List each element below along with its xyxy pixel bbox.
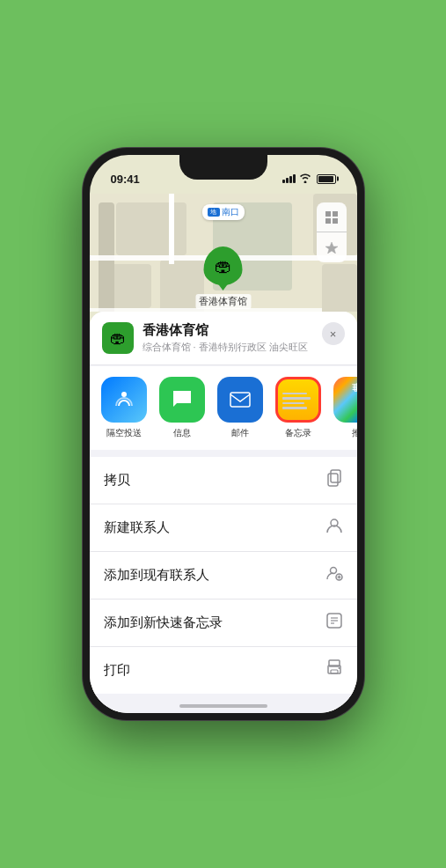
more-icon: 推 [333,377,357,423]
notes-line-4 [282,407,308,409]
svg-rect-6 [331,470,340,482]
location-info: 香港体育馆 综合体育馆 · 香港特别行政区 油尖旺区 [143,322,313,354]
share-more[interactable]: 推 推 [331,377,357,439]
notes-line-1 [282,393,308,395]
home-bar [179,704,267,708]
share-messages[interactable]: 信息 [157,377,208,439]
action-list: 拷贝 新建联系人 添加到现有联系人 [90,457,357,694]
share-mail[interactable]: 邮件 [215,377,266,439]
stadium-pin: 🏟 [204,246,243,285]
share-notes[interactable]: 备忘录 [273,377,324,439]
notes-label: 备忘录 [285,427,311,439]
action-print[interactable]: 打印 [90,647,357,694]
quick-notes-icon [325,612,343,634]
notes-lines [278,387,318,413]
location-button[interactable] [317,232,347,262]
svg-rect-3 [333,218,338,224]
location-avatar: 🏟 [102,322,134,354]
mail-icon [217,377,263,423]
svg-point-20 [338,667,340,669]
location-name: 香港体育馆 [143,322,313,339]
svg-rect-0 [325,211,331,217]
copy-icon [325,469,343,491]
location-subtitle: 综合体育馆 · 香港特别行政区 油尖旺区 [143,341,313,354]
wifi-icon [299,173,311,185]
svg-rect-7 [328,474,338,486]
action-add-notes[interactable]: 添加到新快速备忘录 [90,600,357,647]
bottom-sheet: 🏟 香港体育馆 综合体育馆 · 香港特别行政区 油尖旺区 × 隔空投送 [90,312,357,713]
notes-line-2 [282,397,311,400]
label-chip-text: 南口 [222,206,239,218]
svg-point-4 [121,392,127,397]
action-copy-label: 拷贝 [104,472,130,489]
svg-rect-5 [230,393,250,407]
airdrop-icon [101,377,147,423]
notch [179,155,267,180]
location-header: 🏟 香港体育馆 综合体育馆 · 香港特别行政区 油尖旺区 × [90,312,357,365]
map-controls [317,202,347,262]
svg-rect-19 [331,670,338,673]
svg-rect-1 [333,211,338,217]
battery-icon [317,174,336,184]
action-print-label: 打印 [104,662,130,679]
location-avatar-icon: 🏟 [110,329,126,348]
map-type-button[interactable] [317,202,347,232]
stadium-label: 香港体育馆 [195,294,251,309]
stadium-marker: 🏟 香港体育馆 [195,246,251,309]
map-area: 地 南口 🏟 香港体育馆 [90,194,357,312]
location-label-chip: 地 南口 [202,204,245,220]
share-row: 隔空投送 信息 邮件 [90,366,357,450]
more-label: 推 [352,427,357,439]
action-new-contact[interactable]: 新建联系人 [90,504,357,552]
notes-icon [275,377,321,423]
phone-frame: 09:41 [83,148,364,720]
action-add-notes-label: 添加到新快速备忘录 [104,614,223,631]
status-icons [282,173,336,185]
action-copy[interactable]: 拷贝 [90,457,357,504]
phone-screen: 09:41 [90,155,357,713]
add-contact-icon [325,564,343,586]
airdrop-label: 隔空投送 [106,427,142,439]
svg-rect-2 [325,218,331,224]
action-new-contact-label: 新建联系人 [104,519,170,536]
home-indicator [90,694,357,713]
new-contact-icon [325,517,343,539]
share-airdrop[interactable]: 隔空投送 [99,377,150,439]
print-icon [325,659,343,681]
stadium-icon: 🏟 [215,256,232,276]
notes-line-3 [282,402,304,405]
messages-label: 信息 [173,427,191,439]
close-button[interactable]: × [322,322,345,345]
label-chip-icon: 地 [208,208,220,217]
action-add-existing[interactable]: 添加到现有联系人 [90,552,357,600]
status-time: 09:41 [111,173,140,186]
action-add-existing-label: 添加到现有联系人 [104,567,209,584]
mail-label: 邮件 [231,427,249,439]
signal-icon [282,174,296,183]
messages-icon [159,377,205,423]
